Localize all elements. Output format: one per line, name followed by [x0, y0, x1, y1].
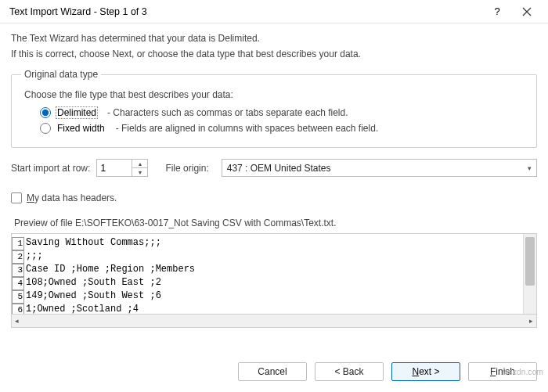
preview-line: 61;Owned ;Scotland ;4: [12, 304, 523, 314]
finish-button[interactable]: Finish: [468, 362, 537, 381]
radio-delimited-label: Delimited: [56, 106, 98, 119]
file-origin-dropdown[interactable]: 437 : OEM United States ▾: [222, 159, 537, 177]
headers-checkbox[interactable]: [11, 192, 22, 203]
radio-delimited[interactable]: Delimited - Characters such as commas or…: [40, 106, 527, 119]
line-text: 1;Owned ;Scotland ;4: [26, 304, 139, 314]
close-icon: [522, 7, 532, 16]
footer-buttons: Cancel < Back Next > Finish: [0, 351, 548, 392]
start-row-input[interactable]: [97, 160, 132, 176]
radio-fixed-desc: - Fields are aligned in columns with spa…: [116, 123, 379, 134]
chevron-down-icon: ▾: [528, 164, 532, 172]
back-button[interactable]: < Back: [315, 362, 384, 381]
line-text: Saving Without Commas;;;: [26, 237, 161, 250]
preview-line: 4108;Owned ;South East ;2: [12, 277, 523, 290]
help-button[interactable]: ?: [482, 1, 512, 23]
preview-line: 5149;Owned ;South West ;6: [12, 290, 523, 304]
horizontal-scrollbar[interactable]: ◂ ▸: [11, 315, 537, 328]
group-legend: Original data type: [21, 69, 101, 80]
preview-line: 2;;;: [12, 250, 523, 264]
preview-content: 1Saving Without Commas;;;2;;;3Case ID ;H…: [12, 234, 523, 314]
spinner-down-icon[interactable]: ▼: [132, 168, 147, 176]
titlebar: Text Import Wizard - Step 1 of 3 ?: [0, 0, 548, 23]
line-number: 5: [12, 290, 24, 304]
line-number: 1: [12, 237, 24, 250]
radio-delimited-input[interactable]: [40, 107, 51, 118]
cancel-button[interactable]: Cancel: [238, 362, 307, 381]
file-origin-label: File origin:: [165, 163, 208, 174]
spinner-up-icon[interactable]: ▲: [132, 160, 147, 168]
line-text: Case ID ;Home ;Region ;Members: [26, 264, 195, 277]
line-number: 6: [12, 304, 24, 314]
radio-delimited-desc: - Characters such as commas or tabs sepa…: [107, 107, 348, 118]
line-number: 3: [12, 264, 24, 277]
vertical-scrollbar[interactable]: [523, 234, 536, 314]
radio-fixed-input[interactable]: [40, 123, 51, 134]
radio-fixed-width[interactable]: Fixed width - Fields are aligned in colu…: [40, 122, 527, 135]
radio-fixed-label: Fixed width: [56, 122, 106, 135]
window-title: Text Import Wizard - Step 1 of 3: [9, 6, 147, 17]
line-number: 4: [12, 277, 24, 290]
headers-checkbox-label: My data has headers.: [27, 192, 117, 203]
line-number: 2: [12, 250, 24, 264]
next-button[interactable]: Next >: [391, 362, 460, 381]
scroll-right-icon[interactable]: ▸: [529, 317, 533, 325]
scroll-left-icon[interactable]: ◂: [15, 317, 19, 325]
intro-line-1: The Text Wizard has determined that your…: [11, 33, 537, 44]
row-import: Start import at row: ▲ ▼ File origin: 43…: [11, 159, 537, 177]
start-row-label: Start import at row:: [11, 163, 90, 174]
line-text: ;;;: [26, 250, 43, 264]
original-data-type-group: Original data type Choose the file type …: [11, 69, 537, 148]
preview-line: 3Case ID ;Home ;Region ;Members: [12, 264, 523, 277]
line-text: 108;Owned ;South East ;2: [26, 277, 161, 290]
preview-label: Preview of file E:\SOFTEKO\63-0017_Not S…: [14, 218, 537, 228]
spinner-buttons[interactable]: ▲ ▼: [132, 160, 147, 176]
intro-line-2: If this is correct, choose Next, or choo…: [11, 49, 537, 59]
start-row-spinner[interactable]: ▲ ▼: [96, 159, 148, 177]
preview-line: 1Saving Without Commas;;;: [12, 237, 523, 250]
headers-checkbox-row[interactable]: My data has headers.: [11, 192, 537, 203]
close-button[interactable]: [512, 1, 542, 23]
line-text: 149;Owned ;South West ;6: [26, 290, 161, 304]
choose-label: Choose the file type that best describes…: [24, 89, 527, 100]
preview-area: 1Saving Without Commas;;;2;;;3Case ID ;H…: [11, 233, 537, 315]
scrollbar-thumb[interactable]: [525, 237, 535, 286]
file-origin-value: 437 : OEM United States: [227, 163, 331, 174]
